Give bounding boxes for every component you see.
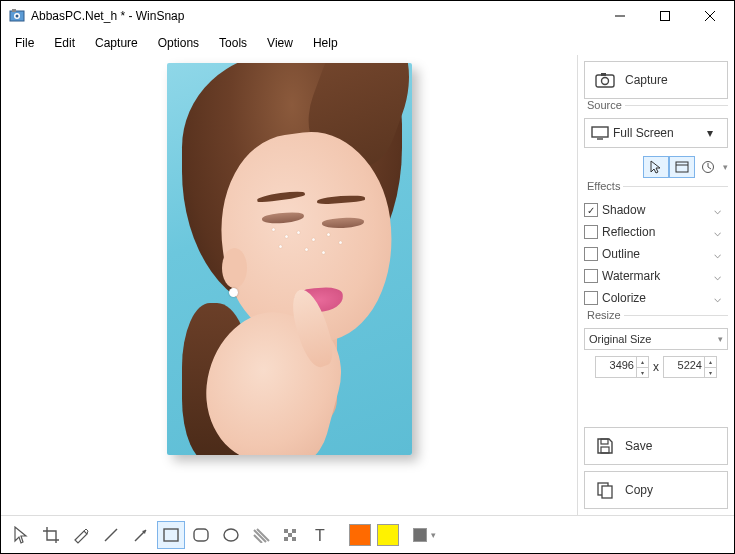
window-option[interactable] xyxy=(669,156,695,178)
svg-rect-10 xyxy=(601,73,606,76)
svg-text:T: T xyxy=(315,527,325,543)
chevron-down-icon: ▾ xyxy=(718,334,723,344)
color-swatch-2[interactable] xyxy=(377,524,399,546)
cursor-option[interactable] xyxy=(643,156,669,178)
effect-colorize[interactable]: Colorize ⌵ xyxy=(584,287,728,309)
window-title: AbbasPC.Net_h * - WinSnap xyxy=(31,9,597,23)
save-icon xyxy=(595,437,615,455)
side-panel: Capture Source Full Screen ▾ xyxy=(577,55,734,515)
menu-tools[interactable]: Tools xyxy=(209,33,257,53)
tool-arrow[interactable] xyxy=(127,521,155,549)
chevron-down-icon[interactable]: ⌵ xyxy=(714,291,728,305)
svg-point-9 xyxy=(602,78,609,85)
watermark-checkbox[interactable] xyxy=(584,269,598,283)
workarea: Capture Source Full Screen ▾ xyxy=(1,55,734,515)
svg-rect-18 xyxy=(601,439,608,444)
watermark-label: Watermark xyxy=(602,269,710,283)
colorize-label: Colorize xyxy=(602,291,710,305)
width-input[interactable]: 3496 ▴▾ xyxy=(595,356,649,378)
captured-image[interactable] xyxy=(167,63,412,455)
color-swatch-1[interactable] xyxy=(349,524,371,546)
outline-checkbox[interactable] xyxy=(584,247,598,261)
capture-button[interactable]: Capture xyxy=(584,61,728,99)
reflection-checkbox[interactable] xyxy=(584,225,598,239)
copy-button[interactable]: Copy xyxy=(584,471,728,509)
height-input[interactable]: 5224 ▴▾ xyxy=(663,356,717,378)
effect-outline[interactable]: Outline ⌵ xyxy=(584,243,728,265)
svg-rect-34 xyxy=(292,537,296,541)
dropdown-arrow-icon: ▾ xyxy=(707,126,721,140)
monitor-icon xyxy=(591,126,613,140)
svg-rect-33 xyxy=(284,537,288,541)
save-label: Save xyxy=(625,439,652,453)
source-options: ▾ xyxy=(584,154,728,180)
tool-line[interactable] xyxy=(97,521,125,549)
svg-line-17 xyxy=(708,167,711,169)
tool-text[interactable]: T xyxy=(307,521,335,549)
width-spinner[interactable]: ▴▾ xyxy=(636,357,648,377)
delay-chevron-icon[interactable]: ▾ xyxy=(723,162,728,172)
minimize-button[interactable] xyxy=(597,2,642,30)
menu-edit[interactable]: Edit xyxy=(44,33,85,53)
resize-group: Resize Original Size ▾ 3496 ▴▾ x 5224 ▴▾ xyxy=(584,315,728,378)
menu-help[interactable]: Help xyxy=(303,33,348,53)
effect-watermark[interactable]: Watermark ⌵ xyxy=(584,265,728,287)
stroke-size-chevron-icon[interactable]: ▾ xyxy=(431,530,436,540)
source-group-label: Source xyxy=(584,99,625,111)
shadow-label: Shadow xyxy=(602,203,710,217)
canvas-area[interactable] xyxy=(1,55,577,515)
svg-point-2 xyxy=(16,15,19,18)
svg-rect-19 xyxy=(601,447,609,453)
chevron-down-icon[interactable]: ⌵ xyxy=(714,225,728,239)
dimension-x-label: x xyxy=(653,360,659,374)
capture-label: Capture xyxy=(625,73,668,87)
tool-ellipse[interactable] xyxy=(217,521,245,549)
delay-option[interactable] xyxy=(695,156,721,178)
resize-mode-dropdown[interactable]: Original Size ▾ xyxy=(584,328,728,350)
save-button[interactable]: Save xyxy=(584,427,728,465)
svg-rect-25 xyxy=(194,529,208,541)
menubar: File Edit Capture Options Tools View Hel… xyxy=(1,31,734,55)
width-value: 3496 xyxy=(596,357,636,377)
tool-pixelate[interactable] xyxy=(277,521,305,549)
tool-rounded-rect[interactable] xyxy=(187,521,215,549)
tool-pointer[interactable] xyxy=(7,521,35,549)
tool-rectangle[interactable] xyxy=(157,521,185,549)
svg-line-22 xyxy=(105,529,117,541)
height-value: 5224 xyxy=(664,357,704,377)
source-dropdown[interactable]: Full Screen ▾ xyxy=(584,118,728,148)
effect-shadow[interactable]: ✓ Shadow ⌵ xyxy=(584,199,728,221)
maximize-button[interactable] xyxy=(642,2,687,30)
outline-label: Outline xyxy=(602,247,710,261)
chevron-down-icon[interactable]: ⌵ xyxy=(714,203,728,217)
tool-highlighter[interactable] xyxy=(67,521,95,549)
camera-icon xyxy=(595,72,615,88)
svg-rect-11 xyxy=(592,127,608,137)
svg-rect-32 xyxy=(288,533,292,537)
shadow-checkbox[interactable]: ✓ xyxy=(584,203,598,217)
svg-rect-30 xyxy=(284,529,288,533)
menu-file[interactable]: File xyxy=(5,33,44,53)
effects-group: Effects ✓ Shadow ⌵ Reflection ⌵ Outline … xyxy=(584,186,728,309)
svg-rect-31 xyxy=(292,529,296,533)
svg-rect-13 xyxy=(676,162,688,172)
height-spinner[interactable]: ▴▾ xyxy=(704,357,716,377)
menu-view[interactable]: View xyxy=(257,33,303,53)
svg-rect-5 xyxy=(660,12,669,21)
close-button[interactable] xyxy=(687,2,732,30)
svg-rect-21 xyxy=(602,486,612,498)
reflection-label: Reflection xyxy=(602,225,710,239)
colorize-checkbox[interactable] xyxy=(584,291,598,305)
chevron-down-icon[interactable]: ⌵ xyxy=(714,247,728,261)
app-icon xyxy=(9,8,25,24)
color-swatch-3[interactable] xyxy=(413,528,427,542)
copy-icon xyxy=(595,481,615,499)
chevron-down-icon[interactable]: ⌵ xyxy=(714,269,728,283)
tool-crop[interactable] xyxy=(37,521,65,549)
bottom-toolbar: T ▾ xyxy=(1,515,734,553)
effect-reflection[interactable]: Reflection ⌵ xyxy=(584,221,728,243)
menu-options[interactable]: Options xyxy=(148,33,209,53)
tool-blur[interactable] xyxy=(247,521,275,549)
menu-capture[interactable]: Capture xyxy=(85,33,148,53)
resize-group-label: Resize xyxy=(584,309,624,321)
